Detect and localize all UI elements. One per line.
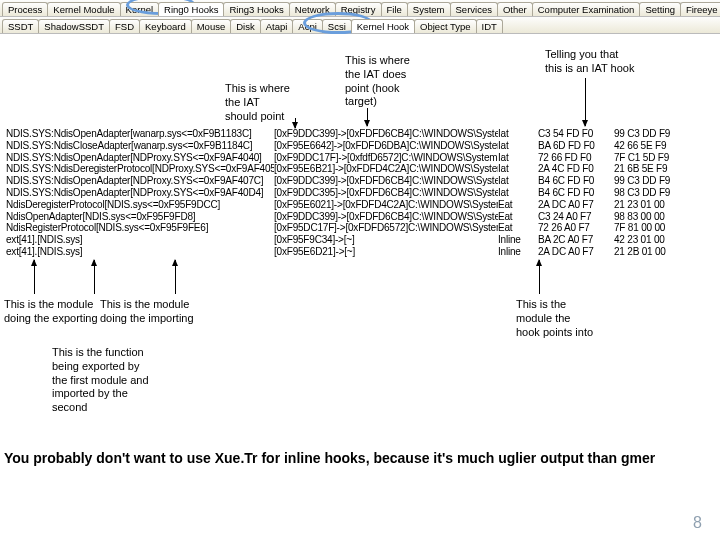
cell-c2: Inline (498, 246, 538, 258)
cell-c2: Eat (498, 222, 538, 234)
annot-mod-import: This is the module doing the importing (100, 298, 194, 326)
cell-c3: 2A DC A0 F7 (538, 246, 614, 258)
cell-c1: [0xF95F9C34]->[~] (274, 234, 498, 246)
tab-kernel-hook[interactable]: Kernel Hook (351, 19, 415, 33)
tab-other[interactable]: Other (497, 2, 533, 16)
cell-c2: Iat (498, 128, 538, 140)
cell-c4: 7F C1 5D F9 (614, 152, 690, 164)
cell-c2: Iat (498, 187, 538, 199)
cell-c0: NdisDeregisterProtocol[NDIS.sys<=0xF95F9… (6, 199, 274, 211)
tab-ring3-hooks[interactable]: Ring3 Hooks (223, 2, 289, 16)
arrow-hook-points (539, 260, 540, 294)
tab-ssdt[interactable]: SSDT (2, 19, 39, 33)
cell-c1: [0xF9DDC399]->[0xFDFD6CB4]C:\WINDOWS\Sys… (274, 128, 498, 140)
arrow-mod-import (175, 260, 176, 294)
cell-c4: 21 6B 5E F9 (614, 163, 690, 175)
cell-c3: 2A 4C FD F0 (538, 163, 614, 175)
tab-atapi[interactable]: Atapi (260, 19, 294, 33)
tab-scsi[interactable]: Scsi (322, 19, 352, 33)
tab-object-type[interactable]: Object Type (414, 19, 477, 33)
cell-c0: NdisRegisterProtocol[NDIS.sys<=0xF95F9FE… (6, 222, 274, 234)
cell-c0: NDIS.SYS:NdisOpenAdapter[NDProxy.SYS<=0x… (6, 187, 274, 199)
table-row: NDIS.SYS:NdisDeregisterProtocol[NDProxy.… (6, 163, 690, 175)
cell-c4: 98 C3 DD F9 (614, 187, 690, 199)
cell-c1: [0xF9DDC399]->[0xFDFD6CB4]C:\WINDOWS\Sys… (274, 211, 498, 223)
cell-c4: 42 23 01 00 (614, 234, 690, 246)
arrow-sep1 (94, 260, 95, 294)
arrow-iat-type (585, 78, 586, 126)
bottom-caption: You probably don't want to use Xue.Tr fo… (4, 450, 655, 466)
arrow-iat-target (367, 108, 368, 126)
cell-c1: [0xF95DC17F]->[0xFDFD6572]C:\WINDOWS\Sys… (274, 222, 498, 234)
cell-c4: 99 C3 DD F9 (614, 128, 690, 140)
tab-fireeye[interactable]: Fireeye (680, 2, 720, 16)
cell-c2: Iat (498, 163, 538, 175)
tab-idt[interactable]: IDT (476, 19, 503, 33)
tab-setting[interactable]: Setting (639, 2, 681, 16)
tab-keyboard[interactable]: Keyboard (139, 19, 192, 33)
cell-c3: B4 6C FD F0 (538, 175, 614, 187)
tab-computer-examination[interactable]: Computer Examination (532, 2, 641, 16)
tab-fsd[interactable]: FSD (109, 19, 140, 33)
table-row: NdisOpenAdapter[NDIS.sys<=0xF95F9FD8][0x… (6, 211, 690, 223)
table-row: NdisDeregisterProtocol[NDIS.sys<=0xF95F9… (6, 199, 690, 211)
cell-c3: C3 54 FD F0 (538, 128, 614, 140)
cell-c3: BA 2C A0 F7 (538, 234, 614, 246)
cell-c1: [0xF9DDC17F]->[0xfdfD6572]C:\WINDOWS\Sys… (274, 152, 498, 164)
cell-c3: B4 6C FD F0 (538, 187, 614, 199)
annot-iat-target: This is where the IAT does point (hook t… (345, 54, 410, 109)
tab-disk[interactable]: Disk (230, 19, 260, 33)
tab-process[interactable]: Process (2, 2, 48, 16)
tab-services[interactable]: Services (450, 2, 498, 16)
cell-c2: Inline (498, 234, 538, 246)
cell-c4: 42 66 5E F9 (614, 140, 690, 152)
annot-mod-export: This is the module doing the exporting (4, 298, 98, 326)
table-row: NDIS.SYS:NdisOpenAdapter[NDProxy.SYS<=0x… (6, 152, 690, 164)
table-row: ext[41].[NDIS.sys][0xF95F9C34]->[~]Inlin… (6, 234, 690, 246)
arrow-iat-should (295, 118, 296, 128)
cell-c2: Eat (498, 199, 538, 211)
table-row: NDIS.SYS:NdisOpenAdapter[wanarp.sys<=0xF… (6, 128, 690, 140)
tab-mouse[interactable]: Mouse (191, 19, 232, 33)
cell-c2: Iat (498, 152, 538, 164)
table-row: NdisRegisterProtocol[NDIS.sys<=0xF95F9FE… (6, 222, 690, 234)
cell-c0: ext[41].[NDIS.sys] (6, 246, 274, 258)
cell-c2: Iat (498, 175, 538, 187)
table-row: NDIS.SYS:NdisOpenAdapter[NDProxy.SYS<=0x… (6, 175, 690, 187)
page-number: 8 (693, 514, 702, 532)
tabs-row-1: ProcessKernel ModuleKernelRing0 HooksRin… (0, 0, 720, 17)
cell-c0: ext[41].[NDIS.sys] (6, 234, 274, 246)
table-row: ext[41].[NDIS.sys][0xF95E6D21]->[~]Inlin… (6, 246, 690, 258)
tab-network[interactable]: Network (289, 2, 336, 16)
tab-file[interactable]: File (381, 2, 408, 16)
cell-c3: BA 6D FD F0 (538, 140, 614, 152)
tabs-row-2: SSDTShadowSSDTFSDKeyboardMouseDiskAtapiA… (0, 17, 720, 34)
annot-func-export: This is the function being exported by t… (52, 346, 149, 415)
table-row: NDIS.SYS:NdisOpenAdapter[NDProxy.SYS<=0x… (6, 187, 690, 199)
cell-c4: 98 83 00 00 (614, 211, 690, 223)
cell-c1: [0xF95E6D21]->[~] (274, 246, 498, 258)
cell-c4: 21 2B 01 00 (614, 246, 690, 258)
cell-c0: NDIS.SYS:NdisCloseAdapter[wanarp.sys<=0x… (6, 140, 274, 152)
cell-c1: [0xF9DDC399]->[0xFDFD6CB4]C:\WINDOWS\Sys… (274, 175, 498, 187)
cell-c0: NDIS.SYS:NdisOpenAdapter[NDProxy.SYS<=0x… (6, 152, 274, 164)
hook-listing: NDIS.SYS:NdisOpenAdapter[wanarp.sys<=0xF… (6, 128, 690, 258)
tab-acpi[interactable]: Acpi (292, 19, 322, 33)
tab-kernel-module[interactable]: Kernel Module (47, 2, 120, 16)
table-row: NDIS.SYS:NdisCloseAdapter[wanarp.sys<=0x… (6, 140, 690, 152)
cell-c1: [0xF9DDC395]->[0xFDFD6CB4]C:\WINDOWS\Sys… (274, 187, 498, 199)
cell-c0: NdisOpenAdapter[NDIS.sys<=0xF95F9FD8] (6, 211, 274, 223)
cell-c0: NDIS.SYS:NdisDeregisterProtocol[NDProxy.… (6, 163, 274, 175)
tab-system[interactable]: System (407, 2, 451, 16)
cell-c3: 72 26 A0 F7 (538, 222, 614, 234)
annot-iat-type: Telling you that this is an IAT hook (545, 48, 634, 76)
tab-kernel[interactable]: Kernel (120, 2, 159, 16)
arrow-mod-export (34, 260, 35, 294)
tab-registry[interactable]: Registry (335, 2, 382, 16)
cell-c2: Eat (498, 211, 538, 223)
cell-c4: 99 C3 DD F9 (614, 175, 690, 187)
tab-shadowssdt[interactable]: ShadowSSDT (38, 19, 110, 33)
tab-ring0-hooks[interactable]: Ring0 Hooks (158, 2, 224, 16)
cell-c4: 21 23 01 00 (614, 199, 690, 211)
cell-c2: Iat (498, 140, 538, 152)
